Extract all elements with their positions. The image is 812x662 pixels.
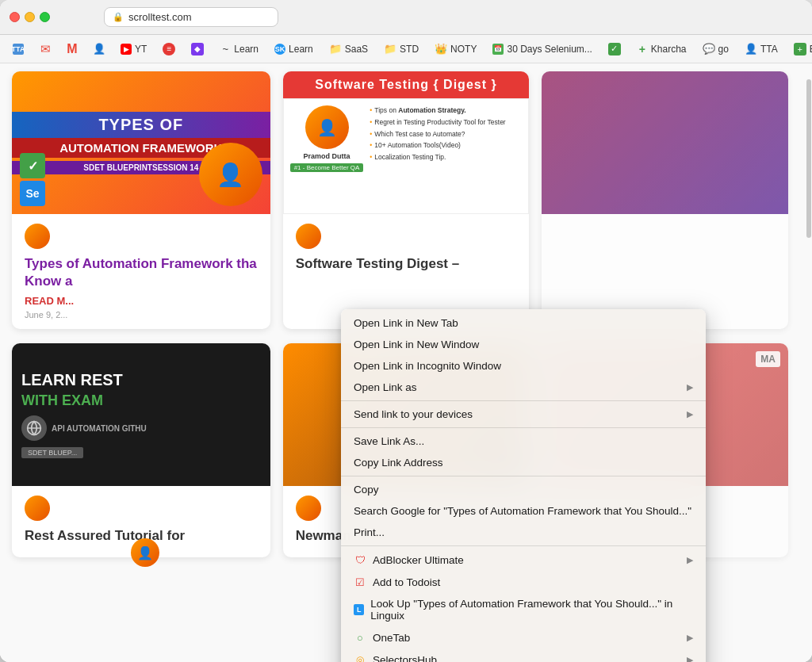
- url-text: scrolltest.com: [128, 11, 191, 23]
- ctx-linguix[interactable]: L Look Up "Types of Automation Framework…: [341, 593, 706, 626]
- ctx-open-new-window[interactable]: Open Link in New Window: [341, 334, 706, 355]
- ctx-save-link-label: Save Link As...: [354, 435, 424, 447]
- ctx-selectorshub[interactable]: ◎ SelectorsHub ▶: [341, 649, 706, 662]
- sk-icon: SK: [274, 44, 285, 55]
- noty-icon: 👑: [435, 43, 447, 55]
- ctx-selectorshub-arrow: ▶: [687, 655, 693, 663]
- address-bar[interactable]: 🔒 scrolltest.com: [104, 7, 278, 27]
- bookmark-b[interactable]: + B: [787, 40, 812, 58]
- card2-header: Software Testing { Digest }: [283, 71, 530, 98]
- scrollbar[interactable]: [806, 63, 812, 662]
- bookmark-learn1[interactable]: ~ Learn: [213, 41, 265, 57]
- card1-logos: ✓ Se: [20, 153, 45, 206]
- ctx-linguix-label: Look Up "Types of Automation Framework t…: [370, 598, 693, 622]
- ctx-open-new-tab-label: Open Link in New Tab: [354, 317, 458, 329]
- titlebar: 🔒 scrolltest.com: [0, 0, 812, 35]
- go-icon: 💬: [703, 43, 715, 55]
- adblocker-icon: 🛡: [354, 553, 366, 566]
- card1-date: June 9, 2...: [25, 310, 258, 320]
- card-rest-assured[interactable]: LEARN REST WITH EXAM API AUTOMATION GITH…: [12, 343, 270, 557]
- card4-line2: WITH EXAM: [21, 392, 103, 409]
- bookmarks-bar: TTA ✉ M 👤 ▶ YT ≡ ◆ ~ Learn SK Learn �: [0, 35, 812, 63]
- card-testing-digest[interactable]: Software Testing { Digest } 👤 Pramod Dut…: [283, 71, 530, 329]
- ctx-copy-link-label: Copy Link Address: [354, 457, 443, 469]
- ctx-onetab[interactable]: ○ OneTab ▶: [341, 626, 706, 649]
- ctx-search-google-label: Search Google for "Types of Automation F…: [354, 505, 691, 517]
- card-automation-framework[interactable]: TYPES OF AUTOMATION FRAMEWORK SDET BLUEP…: [12, 71, 270, 329]
- bookmark-tta2[interactable]: 👤 TTA: [738, 40, 784, 57]
- bookmark-kharcha-label: Kharcha: [651, 44, 687, 55]
- ctx-todoist-label: Add to Todoist: [373, 576, 440, 588]
- ctx-open-link-as[interactable]: Open Link as ▶: [341, 377, 706, 398]
- ctx-selectorshub-label: SelectorsHub: [373, 654, 437, 663]
- bookmark-gmail[interactable]: ✉: [33, 41, 57, 57]
- bookmark-noty-label: NOTY: [450, 44, 477, 55]
- card1-image: TYPES OF AUTOMATION FRAMEWORK SDET BLUEP…: [12, 71, 270, 214]
- card2-image: Software Testing { Digest } 👤 Pramod Dut…: [283, 71, 530, 214]
- ctx-open-incognito-label: Open Link in Incognito Window: [354, 360, 501, 372]
- card1-read-more[interactable]: READ M...: [25, 295, 258, 307]
- bookmark-noty[interactable]: 👑 NOTY: [428, 40, 483, 57]
- ctx-search-google[interactable]: Search Google for "Types of Automation F…: [341, 500, 706, 522]
- ctx-onetab-arrow: ▶: [687, 633, 693, 643]
- card4-line1: LEARN REST: [21, 371, 123, 389]
- ctx-copy[interactable]: Copy: [341, 479, 706, 500]
- scrollbar-thumb[interactable]: [806, 79, 811, 238]
- ctx-copy-label: Copy: [354, 484, 379, 496]
- bookmark-go[interactable]: 💬 go: [696, 40, 735, 57]
- card1-title: Types of Automation Framework thaKnow a: [25, 255, 258, 290]
- linguix-icon: L: [354, 604, 364, 615]
- bookmark-kharcha[interactable]: + Kharcha: [630, 41, 693, 57]
- m-icon: M: [67, 44, 78, 55]
- card1-avatar: 👤: [199, 143, 262, 206]
- tta-icon: TTA: [13, 44, 24, 55]
- close-button[interactable]: [10, 12, 20, 22]
- bookmark-go-label: go: [718, 44, 729, 55]
- bookmark-red1[interactable]: ≡: [156, 40, 182, 58]
- bookmark-tta1[interactable]: TTA: [6, 41, 30, 57]
- bookmark-selenium[interactable]: 📅 30 Days Selenium...: [486, 41, 598, 57]
- ctx-save-link[interactable]: Save Link As...: [341, 430, 706, 452]
- maximize-button[interactable]: [40, 12, 50, 22]
- bookmark-person[interactable]: 👤: [87, 41, 111, 57]
- ctx-send-devices-label: Send link to your devices: [354, 408, 473, 420]
- bookmark-sk-learn[interactable]: SK Learn: [268, 41, 320, 57]
- ctx-send-devices[interactable]: Send link to your devices ▶: [341, 404, 706, 425]
- ctx-send-devices-arrow: ▶: [687, 409, 693, 419]
- card2-bullets: •Tips on Automation Strategy. •Regret in…: [370, 105, 522, 207]
- card2-title: Software Testing Digest –: [296, 255, 517, 273]
- ctx-open-new-tab[interactable]: Open Link in New Tab: [341, 312, 706, 334]
- ctx-copy-link[interactable]: Copy Link Address: [341, 452, 706, 473]
- bookmark-check[interactable]: ✓: [602, 40, 627, 58]
- card5-author-avatar: [296, 496, 321, 521]
- bookmark-m[interactable]: M: [60, 41, 84, 57]
- card1-content: Types of Automation Framework thaKnow a …: [12, 214, 270, 329]
- bookmark-yt-label: YT: [135, 44, 147, 55]
- context-menu: Open Link in New Tab Open Link in New Wi…: [341, 309, 706, 662]
- ctx-divider-2: [341, 427, 706, 428]
- browser-window: 🔒 scrolltest.com TTA ✉ M 👤 ▶ YT ≡ ◆ ~ Le…: [0, 0, 812, 662]
- ctx-print[interactable]: Print...: [341, 522, 706, 543]
- bookmark-purple[interactable]: ◆: [185, 40, 210, 58]
- content-area: TYPES OF AUTOMATION FRAMEWORK SDET BLUEP…: [0, 63, 812, 662]
- traffic-lights: [10, 12, 50, 22]
- bookmark-yt[interactable]: ▶ YT: [114, 41, 153, 57]
- bookmark-sk-label: Learn: [289, 44, 313, 55]
- minimize-button[interactable]: [25, 12, 35, 22]
- bookmark-std[interactable]: 📁 STD: [377, 40, 425, 57]
- card4-image: LEARN REST WITH EXAM API AUTOMATION GITH…: [12, 343, 270, 486]
- bookmark-std-label: STD: [400, 44, 419, 55]
- bookmark-learn1-label: Learn: [234, 44, 259, 55]
- card2-content: Software Testing Digest –: [283, 214, 530, 285]
- bookmark-saas[interactable]: 📁 SaaS: [323, 40, 374, 57]
- ctx-todoist[interactable]: ☑ Add to Todoist: [341, 571, 706, 593]
- card2-body: 👤 Pramod Dutta #1 - Become Better QA •Ti…: [283, 98, 530, 214]
- ctx-open-incognito[interactable]: Open Link in Incognito Window: [341, 355, 706, 377]
- learn1-icon: ~: [220, 44, 231, 55]
- card1-title-banner: TYPES OF: [12, 112, 270, 138]
- bookmark-tta2-label: TTA: [760, 44, 778, 55]
- ctx-adblocker[interactable]: 🛡 AdBlocker Ultimate ▶: [341, 549, 706, 571]
- tta2-icon: 👤: [745, 43, 757, 55]
- purple-icon: ◆: [191, 43, 204, 55]
- person-icon: 👤: [94, 44, 105, 55]
